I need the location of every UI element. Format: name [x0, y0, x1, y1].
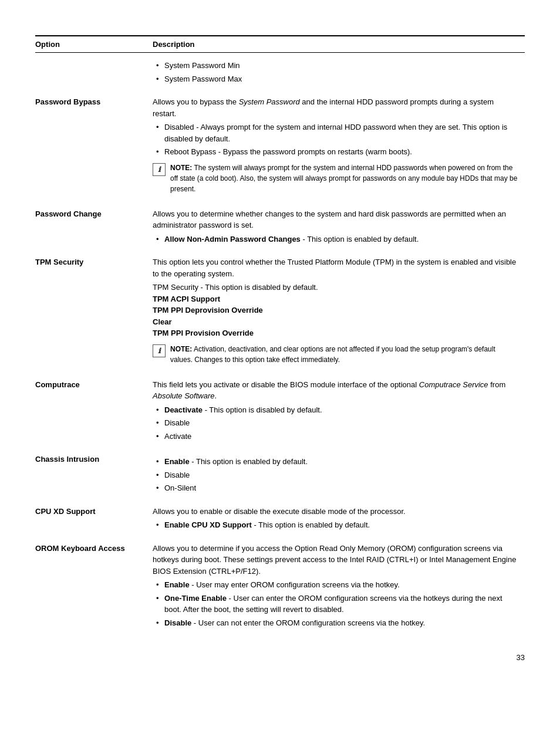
note-icon: ℹ [153, 344, 166, 357]
bullet-list: System Password MinSystem Password Max [153, 60, 519, 84]
intro-text: Allows you to determine whether changes … [153, 208, 519, 231]
table-row: System Password MinSystem Password Max [35, 53, 525, 92]
list-item: One-Time Enable - User can enter the ORO… [153, 593, 519, 616]
bullet-list: Enable - This option is enabled by defau… [153, 456, 519, 494]
table-header: Option Description [35, 36, 525, 53]
header-option: Option [35, 36, 153, 53]
table-row: TPM SecurityThis option lets you control… [35, 252, 525, 374]
list-item: Deactivate - This option is disabled by … [153, 404, 519, 416]
list-item: On-Silent [153, 482, 519, 494]
option-cell: Password Change [35, 204, 153, 252]
list-item: Allow Non-Admin Password Changes - This … [153, 234, 519, 245]
note-text: NOTE: Activation, deactivation, and clea… [170, 344, 519, 365]
table-row: Password BypassAllows you to bypass the … [35, 92, 525, 204]
table-row: ComputraceThis field lets you activate o… [35, 374, 525, 449]
list-item: Disable - User can not enter the OROM co… [153, 617, 519, 629]
option-cell: TPM Security [35, 252, 153, 374]
main-table: Option Description System Password MinSy… [35, 35, 525, 635]
option-cell: Chassis Intrusion [35, 449, 153, 501]
note-icon: ℹ [153, 163, 166, 176]
option-cell: OROM Keyboard Access [35, 538, 153, 636]
option-cell: Computrace [35, 374, 153, 449]
list-item: Disable [153, 417, 519, 429]
list-item: Enable CPU XD Support - This option is e… [153, 519, 519, 531]
note-box: ℹ NOTE: The system will always prompt fo… [153, 163, 519, 194]
tpm-line: TPM PPI Provision Override [153, 327, 519, 339]
intro-text: Allows you to enable or disable the exec… [153, 506, 519, 518]
list-item: Disable [153, 469, 519, 481]
tpm-line: TPM ACPI Support [153, 293, 519, 305]
option-cell [35, 53, 153, 92]
option-cell: Password Bypass [35, 92, 153, 204]
description-cell: This field lets you activate or disable … [153, 374, 525, 449]
note-box: ℹ NOTE: Activation, deactivation, and cl… [153, 344, 519, 365]
tpm-line: TPM Security - This option is disabled b… [153, 282, 519, 293]
description-cell: Allows you to enable or disable the exec… [153, 501, 525, 538]
description-cell: Allows you to determine if you access th… [153, 538, 525, 636]
page-number: 33 [35, 653, 525, 662]
bullet-list: Deactivate - This option is disabled by … [153, 404, 519, 442]
intro-text: Allows you to bypass the System Password… [153, 96, 519, 119]
description-cell: Allows you to determine whether changes … [153, 204, 525, 252]
table-row: Password ChangeAllows you to determine w… [35, 204, 525, 252]
list-item: Activate [153, 431, 519, 442]
note-text: NOTE: The system will always prompt for … [170, 163, 519, 194]
description-cell: System Password MinSystem Password Max [153, 53, 525, 92]
list-item: Enable - User may enter OROM configurati… [153, 579, 519, 591]
list-item: Enable - This option is enabled by defau… [153, 456, 519, 468]
bullet-list: Allow Non-Admin Password Changes - This … [153, 234, 519, 245]
intro-text: This field lets you activate or disable … [153, 379, 519, 402]
header-description: Description [153, 36, 525, 53]
list-item: System Password Max [153, 73, 519, 85]
list-item: System Password Min [153, 60, 519, 72]
table-row: Chassis IntrusionEnable - This option is… [35, 449, 525, 501]
description-cell: Allows you to bypass the System Password… [153, 92, 525, 204]
list-item: Reboot Bypass - Bypass the password prom… [153, 146, 519, 158]
intro-text: Allows you to determine if you access th… [153, 543, 519, 577]
tpm-line: Clear [153, 316, 519, 328]
description-cell: This option lets you control whether the… [153, 252, 525, 374]
option-cell: CPU XD Support [35, 501, 153, 538]
table-row: OROM Keyboard AccessAllows you to determ… [35, 538, 525, 636]
bullet-list: Disabled - Always prompt for the system … [153, 121, 519, 158]
tpm-line: TPM PPI Deprovision Override [153, 305, 519, 316]
intro-text: This option lets you control whether the… [153, 256, 519, 279]
bullet-list: Enable - User may enter OROM configurati… [153, 579, 519, 628]
description-cell: Enable - This option is enabled by defau… [153, 449, 525, 501]
list-item: Disabled - Always prompt for the system … [153, 121, 519, 144]
bullet-list: Enable CPU XD Support - This option is e… [153, 519, 519, 531]
table-row: CPU XD SupportAllows you to enable or di… [35, 501, 525, 538]
